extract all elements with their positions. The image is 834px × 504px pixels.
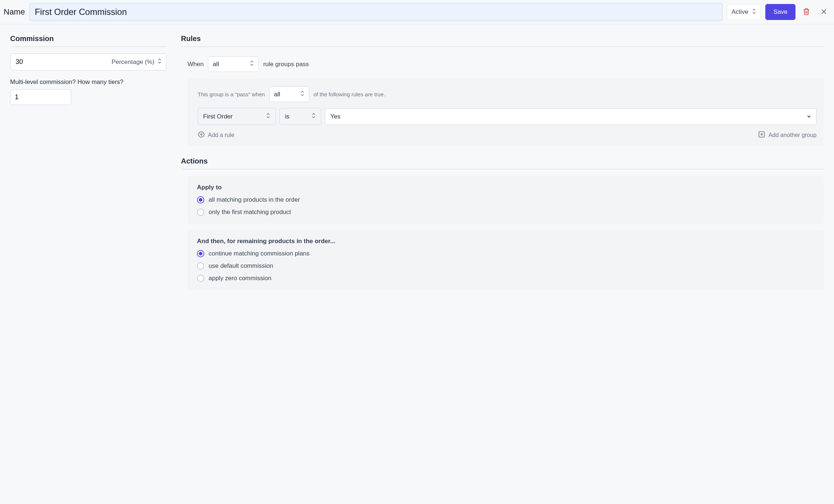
- close-button[interactable]: [817, 5, 830, 19]
- group-footer: Add a rule Add another group: [198, 131, 817, 140]
- chevrons-icon: [157, 58, 162, 66]
- rule-line: First Order is Yes: [198, 108, 817, 125]
- group-mode-value: all: [274, 91, 280, 98]
- rule-subject-select[interactable]: First Order: [198, 108, 276, 125]
- then-heading: And then, for remaining products in the …: [197, 238, 814, 245]
- commission-heading: Commission: [10, 35, 166, 47]
- radio-unchecked-icon: [197, 262, 204, 270]
- tiers-label: Multi-level commission? How many tiers?: [10, 78, 166, 86]
- then-card: And then, for remaining products in the …: [188, 230, 824, 290]
- rule-operator-value: is: [285, 113, 289, 120]
- tiers-input[interactable]: [10, 89, 71, 105]
- rule-value-select[interactable]: Yes: [325, 108, 817, 125]
- plus-circle-icon: [198, 131, 205, 140]
- rule-operator-select[interactable]: is: [279, 108, 321, 125]
- commission-section: Commission Percentage (%) Multi-level co…: [10, 35, 166, 290]
- status-value: Active: [732, 8, 748, 16]
- delete-button[interactable]: [800, 5, 813, 19]
- then-default-label: use default commission: [209, 262, 273, 270]
- apply-to-option-first[interactable]: only the first matching product: [197, 209, 814, 216]
- then-option-zero[interactable]: apply zero commission: [197, 275, 814, 282]
- when-label: When: [188, 61, 204, 68]
- trash-icon: [803, 8, 810, 16]
- name-label: Name: [4, 7, 25, 17]
- add-rule-button[interactable]: Add a rule: [198, 131, 234, 140]
- radio-unchecked-icon: [197, 275, 204, 282]
- save-button[interactable]: Save: [765, 4, 795, 20]
- when-suffix: rule groups pass: [263, 61, 309, 68]
- actions-section: Actions Apply to all matching products i…: [181, 157, 824, 290]
- commission-row: Percentage (%): [10, 53, 166, 70]
- radio-checked-icon: [197, 196, 204, 203]
- status-select[interactable]: Active: [727, 4, 761, 20]
- commission-unit-select[interactable]: Percentage (%): [107, 54, 166, 70]
- group-suffix: of the following rules are true.: [314, 91, 385, 97]
- chevrons-icon: [250, 60, 254, 68]
- chevrons-icon: [752, 8, 756, 16]
- radio-unchecked-icon: [197, 209, 204, 216]
- group-when-row: This group is a "pass" when all of the f…: [198, 86, 817, 102]
- then-zero-label: apply zero commission: [209, 275, 271, 282]
- apply-to-heading: Apply to: [197, 184, 814, 191]
- rules-when-row: When all rule groups pass: [181, 53, 824, 78]
- rules-heading: Rules: [181, 35, 824, 47]
- rule-value-text: Yes: [330, 113, 341, 120]
- group-mode-select[interactable]: all: [269, 86, 309, 102]
- chevrons-icon: [300, 90, 305, 98]
- rules-section: Rules When all rule groups pass This gro…: [181, 35, 824, 146]
- commission-unit-label: Percentage (%): [112, 59, 154, 66]
- right-column: Rules When all rule groups pass This gro…: [181, 35, 824, 290]
- close-icon: [820, 8, 827, 16]
- chevrons-icon: [266, 113, 270, 120]
- when-mode-select[interactable]: all: [208, 56, 259, 72]
- then-option-continue[interactable]: continue matching commission plans: [197, 250, 814, 257]
- plus-square-icon: [758, 131, 765, 140]
- radio-checked-icon: [197, 250, 204, 257]
- actions-heading: Actions: [181, 157, 824, 169]
- content: Commission Percentage (%) Multi-level co…: [0, 24, 834, 305]
- apply-to-option-all[interactable]: all matching products in the order: [197, 196, 814, 203]
- add-group-label: Add another group: [768, 132, 817, 138]
- then-continue-label: continue matching commission plans: [209, 250, 310, 257]
- apply-to-first-label: only the first matching product: [209, 209, 291, 216]
- then-option-default[interactable]: use default commission: [197, 262, 814, 270]
- apply-to-card: Apply to all matching products in the or…: [188, 176, 824, 224]
- header-bar: Name Active Save: [0, 0, 834, 24]
- caret-down-icon: [807, 113, 811, 120]
- add-group-button[interactable]: Add another group: [758, 131, 817, 140]
- when-mode-value: all: [213, 61, 219, 68]
- name-input[interactable]: [29, 3, 722, 21]
- rule-group: This group is a "pass" when all of the f…: [188, 78, 824, 146]
- commission-value-input[interactable]: [11, 54, 107, 70]
- group-prefix: This group is a "pass" when: [198, 91, 265, 97]
- chevrons-icon: [311, 113, 316, 120]
- apply-to-all-label: all matching products in the order: [209, 196, 300, 203]
- rule-subject-value: First Order: [203, 113, 233, 120]
- add-rule-label: Add a rule: [208, 132, 234, 138]
